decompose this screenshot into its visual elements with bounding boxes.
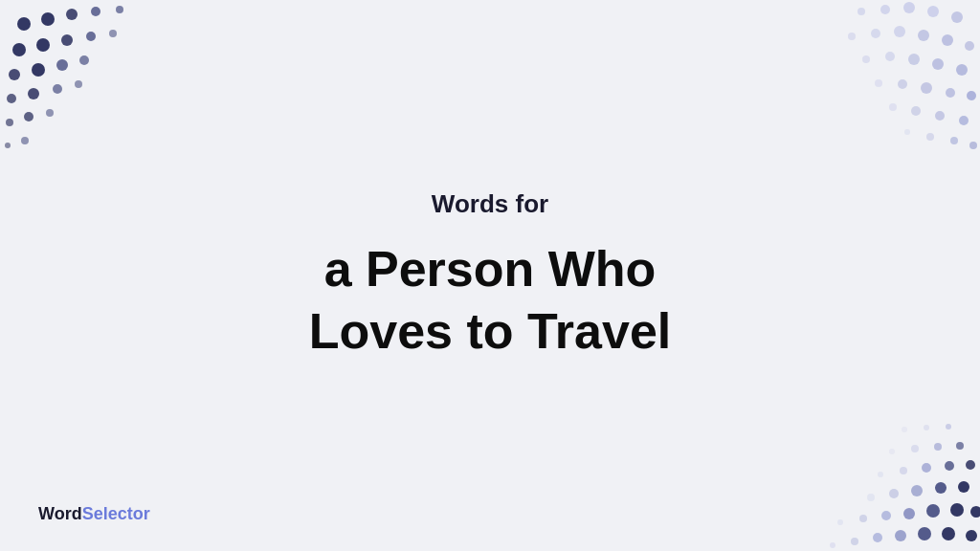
svg-point-13	[79, 55, 89, 65]
svg-point-54	[873, 533, 882, 542]
svg-point-14	[7, 94, 16, 103]
svg-point-64	[950, 503, 964, 517]
svg-point-0	[17, 17, 31, 31]
svg-point-59	[837, 519, 843, 525]
main-content: Words for a Person Who Loves to Travel	[309, 189, 672, 363]
svg-point-70	[958, 481, 969, 493]
svg-point-56	[918, 527, 931, 540]
svg-point-15	[28, 88, 39, 99]
svg-point-42	[946, 88, 955, 98]
svg-point-82	[946, 424, 951, 430]
svg-point-35	[885, 52, 895, 61]
svg-point-3	[91, 7, 100, 16]
svg-point-45	[911, 106, 921, 116]
svg-point-71	[878, 472, 883, 477]
svg-point-77	[911, 445, 919, 452]
svg-point-4	[116, 6, 123, 13]
page-container: Words for a Person Who Loves to Travel W…	[0, 0, 980, 551]
svg-point-8	[86, 32, 96, 41]
svg-point-63	[926, 504, 940, 518]
svg-point-50	[950, 137, 958, 144]
logo-selector-part: Selector	[82, 504, 150, 523]
svg-point-17	[75, 80, 82, 88]
svg-point-75	[966, 460, 975, 470]
svg-point-6	[36, 38, 50, 52]
svg-point-12	[56, 59, 68, 71]
svg-point-68	[911, 485, 923, 496]
svg-point-41	[921, 82, 932, 94]
svg-point-9	[109, 30, 117, 37]
svg-point-57	[942, 527, 955, 540]
logo-word-part: Word	[38, 504, 82, 523]
svg-point-60	[859, 515, 867, 522]
svg-point-26	[927, 6, 939, 17]
svg-point-52	[830, 542, 835, 548]
svg-point-19	[24, 112, 33, 121]
svg-point-40	[898, 79, 907, 89]
svg-point-18	[6, 119, 13, 126]
svg-point-65	[970, 506, 980, 518]
main-title-line2: Loves to Travel	[309, 303, 672, 359]
logo: WordSelector	[38, 504, 150, 524]
svg-point-16	[53, 84, 62, 94]
svg-point-44	[889, 103, 897, 111]
svg-point-39	[875, 79, 882, 87]
svg-point-36	[908, 54, 920, 65]
svg-point-21	[5, 143, 11, 148]
svg-point-81	[924, 425, 929, 430]
svg-point-10	[9, 69, 20, 80]
svg-point-78	[934, 443, 942, 451]
svg-point-66	[867, 494, 875, 501]
svg-point-53	[851, 538, 858, 545]
svg-point-51	[969, 142, 977, 149]
svg-point-55	[895, 530, 906, 541]
svg-point-25	[903, 2, 915, 13]
svg-point-7	[61, 34, 73, 46]
svg-point-46	[935, 111, 945, 121]
svg-point-49	[926, 133, 934, 141]
svg-point-80	[902, 427, 907, 432]
svg-point-30	[894, 26, 905, 37]
svg-point-48	[904, 129, 910, 135]
svg-point-38	[956, 64, 968, 76]
svg-point-79	[956, 442, 964, 450]
svg-point-2	[66, 9, 78, 20]
svg-point-74	[945, 461, 954, 471]
svg-point-76	[889, 449, 895, 454]
svg-point-34	[862, 55, 870, 63]
svg-point-20	[46, 109, 54, 117]
svg-point-11	[32, 63, 45, 77]
svg-point-47	[959, 116, 969, 125]
svg-point-23	[858, 8, 865, 15]
svg-point-33	[965, 41, 974, 51]
svg-point-22	[21, 137, 29, 144]
svg-point-69	[935, 482, 947, 494]
svg-point-43	[967, 91, 976, 100]
svg-point-32	[942, 34, 953, 46]
svg-point-31	[918, 30, 929, 41]
svg-point-24	[880, 5, 890, 14]
svg-point-58	[966, 530, 977, 541]
svg-point-5	[12, 43, 26, 56]
svg-point-29	[871, 29, 880, 38]
svg-point-62	[903, 508, 915, 519]
subtitle-text: Words for	[309, 189, 672, 219]
svg-point-61	[881, 511, 891, 520]
svg-point-27	[951, 11, 963, 23]
main-title: a Person Who Loves to Travel	[309, 238, 672, 363]
svg-point-72	[900, 467, 907, 474]
svg-point-67	[889, 489, 899, 498]
svg-point-28	[848, 33, 856, 40]
svg-point-1	[41, 12, 55, 26]
svg-point-37	[932, 58, 944, 70]
svg-point-73	[922, 463, 931, 473]
main-title-line1: a Person Who	[324, 241, 657, 297]
